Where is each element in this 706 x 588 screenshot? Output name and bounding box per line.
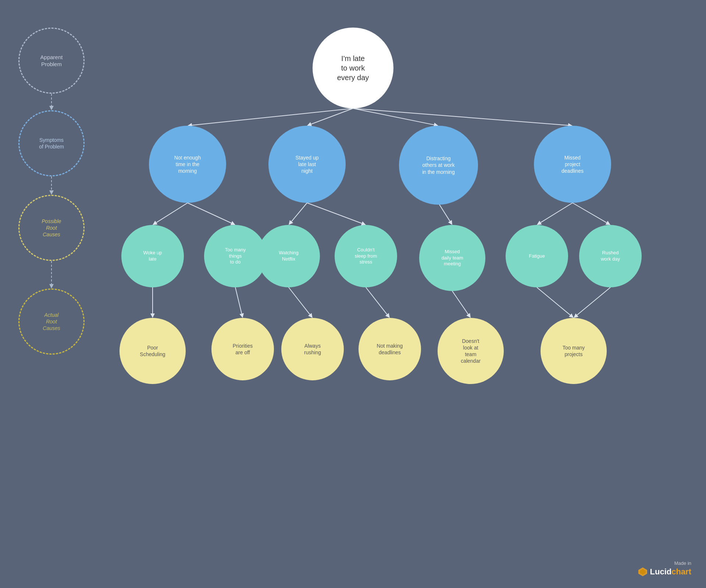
too-many-projects-label: Too many projects <box>563 344 585 358</box>
distracting-others-label: Distracting others at work in the mornin… <box>422 155 455 175</box>
rushed-work-day-node: Rushed work day <box>579 225 642 287</box>
possible-root-label: Possible Root Causes <box>42 218 61 238</box>
svg-marker-3 <box>49 190 54 195</box>
actual-root-node: Actual Root Causes <box>18 288 85 355</box>
svg-marker-27 <box>606 221 610 225</box>
stayed-up-late-node: Stayed up late last night <box>268 126 346 203</box>
always-rushing-label: Always rushing <box>304 343 321 356</box>
brand-name: Lucidchart <box>638 567 691 577</box>
svg-line-18 <box>292 203 307 222</box>
svg-marker-29 <box>150 313 155 318</box>
poor-scheduling-label: Poor Scheduling <box>140 344 165 358</box>
missed-project-node: Missed project deadlines <box>534 126 611 203</box>
root-node: I'm late to work every day <box>313 28 393 108</box>
svg-marker-1 <box>49 106 54 110</box>
svg-line-10 <box>353 108 434 125</box>
stayed-up-late-label: Stayed up late last night <box>295 154 318 175</box>
rushed-work-day-label: Rushed work day <box>601 250 620 262</box>
possible-root-node: Possible Root Causes <box>18 195 85 261</box>
fatigue-node: Fatigue <box>506 225 568 287</box>
root-label: I'm late to work every day <box>337 54 369 82</box>
svg-marker-5 <box>49 284 54 288</box>
svg-line-34 <box>366 287 387 315</box>
not-enough-time-node: Not enough time in the morning <box>149 126 226 203</box>
made-in-label: Made in <box>674 560 691 566</box>
svg-line-12 <box>353 108 568 125</box>
lucidchart-icon <box>638 567 648 577</box>
doesnt-look-calendar-label: Doesn't look at team calendar <box>461 338 481 365</box>
symptoms-label: Symptoms of Problem <box>39 137 64 150</box>
svg-marker-17 <box>231 221 235 225</box>
svg-marker-33 <box>308 313 313 318</box>
distracting-others-node: Distracting others at work in the mornin… <box>399 126 478 205</box>
couldnt-sleep-label: Couldn't sleep from stress <box>355 247 377 266</box>
not-enough-time-label: Not enough time in the morning <box>174 154 201 175</box>
missed-project-label: Missed project deadlines <box>561 154 584 175</box>
svg-marker-37 <box>466 313 471 318</box>
svg-line-22 <box>438 203 450 221</box>
poor-scheduling-node: Poor Scheduling <box>120 318 186 384</box>
svg-line-20 <box>307 203 362 223</box>
svg-marker-35 <box>385 313 390 318</box>
apparent-problem-node: Apparent Problem <box>18 28 85 94</box>
woke-up-late-label: Woke up late <box>143 250 162 262</box>
svg-line-40 <box>577 287 610 315</box>
svg-line-6 <box>192 108 353 125</box>
svg-marker-19 <box>289 220 293 225</box>
woke-up-late-node: Woke up late <box>121 225 184 287</box>
too-many-projects-node: Too many projects <box>541 318 607 384</box>
svg-line-8 <box>311 108 353 124</box>
svg-line-26 <box>573 203 607 223</box>
svg-marker-23 <box>448 220 452 225</box>
svg-marker-25 <box>537 221 542 225</box>
too-many-things-label: Too many things to do <box>225 247 246 266</box>
watching-netflix-label: Watching Netflix <box>279 250 299 262</box>
svg-marker-39 <box>569 313 574 318</box>
brand-chart: chart <box>671 567 691 577</box>
always-rushing-node: Always rushing <box>281 318 344 380</box>
svg-line-24 <box>541 203 573 223</box>
priorities-off-label: Priorities are off <box>233 343 253 356</box>
not-making-deadlines-node: Not making deadlines <box>359 318 421 380</box>
doesnt-look-calendar-node: Doesn't look at team calendar <box>438 318 504 384</box>
missed-team-meeting-node: Missed daily team meeting <box>419 225 485 291</box>
apparent-problem-label: Apparent Problem <box>40 54 63 68</box>
actual-root-label: Actual Root Causes <box>43 312 60 332</box>
svg-line-16 <box>188 203 231 223</box>
not-making-deadlines-label: Not making deadlines <box>377 343 403 356</box>
lucidchart-logo: Made in Lucidchart <box>638 560 691 577</box>
svg-marker-41 <box>574 313 578 318</box>
svg-line-14 <box>156 203 188 223</box>
svg-marker-31 <box>239 313 244 318</box>
couldnt-sleep-node: Couldn't sleep from stress <box>335 225 397 287</box>
svg-line-36 <box>452 291 468 314</box>
watching-netflix-node: Watching Netflix <box>257 225 320 287</box>
priorities-off-node: Priorities are off <box>211 318 274 380</box>
svg-line-30 <box>235 287 242 313</box>
svg-line-32 <box>289 287 310 315</box>
svg-line-38 <box>537 287 570 315</box>
svg-marker-15 <box>153 221 157 225</box>
brand-lc: Lucid <box>650 567 672 577</box>
missed-team-meeting-label: Missed daily team meeting <box>441 249 463 268</box>
symptoms-node: Symptoms of Problem <box>18 110 85 176</box>
fatigue-label: Fatigue <box>529 253 545 259</box>
